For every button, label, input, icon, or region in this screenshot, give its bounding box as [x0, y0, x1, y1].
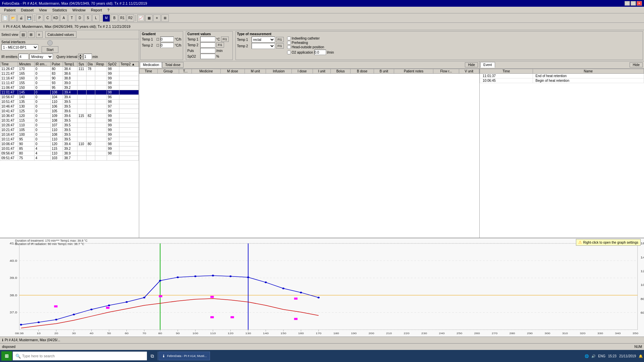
toolbar-b[interactable]: B	[111, 14, 118, 22]
toolbar-kd[interactable]: KD	[52, 14, 59, 22]
fi1-btn-2[interactable]: FI1	[216, 42, 224, 48]
toolbar-chart3[interactable]: ≡	[153, 14, 161, 22]
table-cell: 98	[107, 142, 119, 146]
toolbar-p[interactable]: P	[36, 14, 43, 22]
total-dose-tab[interactable]: Total dose	[162, 62, 183, 68]
table-row[interactable]: 11:06:4715009539.299	[0, 85, 139, 90]
toolbar-print[interactable]: 🖨	[17, 14, 25, 22]
toolbar-t[interactable]: T	[68, 14, 75, 22]
toolbar-a[interactable]: A	[60, 14, 67, 22]
graph-svg[interactable]: 41.0 40.0 39.0 38.0 37.0 160 140 120 100…	[0, 238, 644, 337]
medication-tab[interactable]: Medication	[140, 62, 162, 68]
close-button[interactable]: ✕	[637, 1, 642, 6]
fi1-btn-1[interactable]: FI1	[221, 37, 229, 42]
table-row[interactable]: 10:51:47135011039.598	[0, 100, 139, 104]
view-grid-icon[interactable]: ⊞	[28, 31, 35, 38]
query-interval-input[interactable]	[84, 54, 92, 60]
svg-text:38.0: 38.0	[10, 294, 17, 297]
cv-temp2-input[interactable]	[200, 42, 215, 48]
table-row[interactable]: 11:11:4715509339.098	[0, 81, 139, 85]
tom-fi1-btn[interactable]: FI1	[276, 37, 284, 42]
col-minutes: Minutes	[18, 62, 35, 67]
table-row[interactable]: 10:26:47110010739.599	[0, 123, 139, 128]
table-row[interactable]: 11:21:4716508338.699	[0, 71, 139, 76]
toolbar-open[interactable]: 📂	[9, 14, 17, 22]
toolbar-l[interactable]: L	[92, 14, 100, 22]
toolbar-c[interactable]: C	[44, 14, 51, 22]
table-row[interactable]: 11:16:4716009038.899	[0, 76, 139, 81]
toolbar-d[interactable]: D	[76, 14, 84, 22]
o2-value[interactable]	[314, 50, 326, 55]
table-row[interactable]: 10:36:47120010939.61158299	[0, 114, 139, 118]
table-row[interactable]: 09:56:4780411038.998	[0, 151, 139, 156]
toolbar-save[interactable]: 💾	[25, 14, 33, 22]
svg-rect-94	[210, 296, 214, 298]
table-row[interactable]: 10:56:47140010439.496	[0, 95, 139, 100]
calculated-values-button[interactable]: Calculated values	[45, 31, 76, 38]
toolbar-r1[interactable]: R1	[119, 14, 126, 22]
query-spin-up[interactable]: ▲	[78, 54, 83, 57]
toolbar-new[interactable]: 📄	[1, 14, 9, 22]
event-hide-button[interactable]: Hide	[630, 62, 643, 67]
toolbar-s[interactable]: S	[84, 14, 92, 22]
toolbar-m[interactable]: M	[103, 14, 110, 22]
start-button[interactable]: Start	[42, 46, 58, 53]
tom-temp1-select[interactable]: rectal	[252, 37, 275, 43]
tom-fi1-btn2[interactable]: FI1	[276, 43, 284, 49]
toolbar-chart4[interactable]: ⊞	[161, 14, 169, 22]
menu-window[interactable]: Window	[70, 7, 88, 13]
table-row[interactable]: 10:31:47115010839.598	[0, 118, 139, 123]
event-row[interactable]: 11:01:37End of heat retention	[480, 74, 644, 78]
start-button[interactable]: ⊞	[1, 351, 12, 361]
table-row[interactable]: 10:41:47125010539.698	[0, 109, 139, 114]
cv-puls-input[interactable]	[200, 48, 215, 53]
o2-check[interactable]	[287, 51, 291, 54]
taskbar-search-input[interactable]	[13, 352, 147, 360]
event-row[interactable]: 10:06:45Begin of heat retention	[480, 78, 644, 83]
indwelling-catheter-check[interactable]	[287, 37, 291, 40]
view-list-icon[interactable]: ≡	[36, 31, 43, 38]
query-spin-down[interactable]: ▼	[78, 57, 83, 60]
task-view-button[interactable]: ⧉	[148, 351, 157, 361]
table-cell	[87, 132, 95, 137]
svg-text:180: 180	[333, 332, 339, 335]
medication-table-container[interactable]: Time Group T... Medicine M dose M unit I…	[139, 69, 479, 238]
table-row[interactable]: 10:11:4795011039.597	[0, 137, 139, 142]
gradient-temp1-input[interactable]	[160, 37, 174, 42]
toolbar-chart2[interactable]: ▦	[145, 14, 153, 22]
table-row[interactable]: 10:16:47100010839.599	[0, 132, 139, 137]
serial-select[interactable]: 1 - MEC10-BP1	[1, 44, 38, 50]
menu-help[interactable]: ?	[105, 7, 112, 13]
menu-dataset[interactable]: Dataset	[18, 7, 36, 13]
menu-statistics[interactable]: Statistics	[50, 7, 70, 13]
minimize-button[interactable]: ─	[625, 1, 630, 6]
medication-hide-button[interactable]: Hide	[465, 62, 478, 67]
mindray-select[interactable]: Mindray	[30, 54, 53, 60]
event-table-container[interactable]: Time Name 11:01:37End of heat retention1…	[480, 69, 644, 238]
table-row[interactable]: 10:21:47105011039.599	[0, 128, 139, 132]
data-table-container[interactable]: Time Minutes IR em... Pulse Temp1 Sys Di…	[0, 62, 139, 238]
tom-temp2-select[interactable]	[252, 43, 275, 49]
menu-patient[interactable]: Patient	[1, 7, 18, 13]
menu-view[interactable]: View	[36, 7, 50, 13]
table-row[interactable]: 09:51:4775410338.7	[0, 156, 139, 161]
taskbar-app-febro[interactable]: 🌡 FebroData - Pt # A14; Musti...	[159, 352, 210, 360]
table-row[interactable]: 10:01:4785411539.299	[0, 146, 139, 151]
head-outside-check[interactable]	[287, 45, 291, 49]
cv-puls-unit: /min	[216, 49, 223, 53]
view-table-icon[interactable]: ▤	[20, 31, 26, 38]
ir-emitters-input[interactable]	[18, 54, 29, 60]
cv-temp1-input[interactable]	[200, 37, 215, 42]
toolbar-chart1[interactable]: 📈	[137, 14, 145, 22]
table-row[interactable]: 11:26:4717008038.41117898	[0, 67, 139, 71]
table-row[interactable]: 10:06:4790012039.41108098	[0, 142, 139, 146]
gradient-temp2-input[interactable]	[160, 43, 174, 48]
menu-report[interactable]: Report	[88, 7, 105, 13]
table-row[interactable]: 10:46:47130010639.597	[0, 104, 139, 109]
maximize-button[interactable]: □	[631, 1, 636, 6]
table-row[interactable]: 11:01:47145010839.498	[0, 90, 139, 95]
preheating-check[interactable]	[287, 41, 291, 45]
toolbar-r2[interactable]: R2	[127, 14, 134, 22]
event-tab[interactable]: Event	[480, 62, 495, 68]
cv-spo2-input[interactable]	[200, 54, 215, 59]
